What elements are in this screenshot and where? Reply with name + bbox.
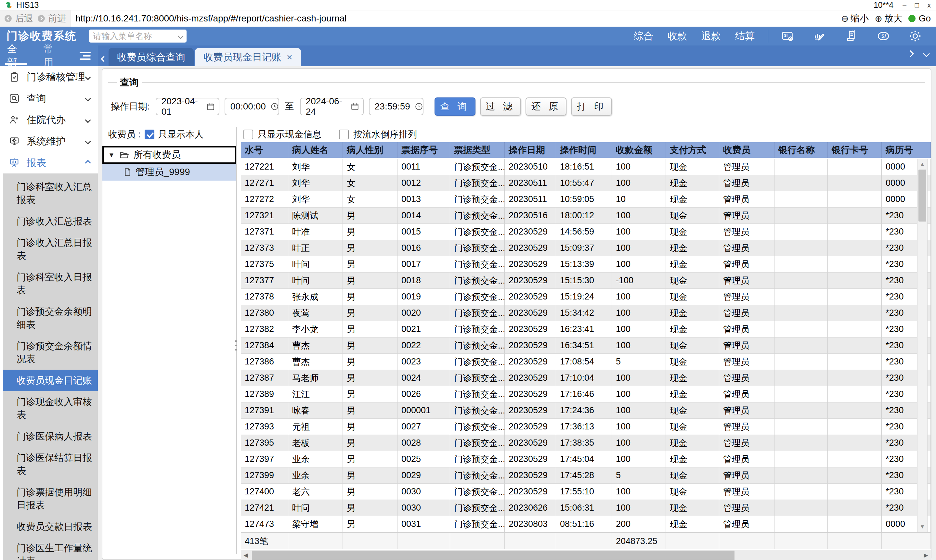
tree-expander-icon[interactable]: ▼ (108, 151, 115, 159)
table-row[interactable]: 127384曹杰男0022门诊预交金...2023052916:34:51100… (241, 337, 931, 354)
sidebar-report-item[interactable]: 收费员现金日记账 (3, 370, 98, 391)
tab-scroll-right-icon[interactable] (907, 50, 914, 57)
column-header[interactable]: 银行名称 (774, 142, 828, 158)
sidebar-report-item[interactable]: 收费员交款日报表 (3, 516, 98, 537)
column-header[interactable]: 收费员 (719, 142, 774, 158)
sidebar-group[interactable]: 报表 (0, 152, 98, 174)
sidebar-tab-frequent[interactable]: 常用 (43, 46, 61, 66)
end-date-input[interactable]: 2024-06-24 (300, 98, 364, 115)
sidebar-tab-all[interactable]: 全部 (7, 46, 25, 66)
maximize-button[interactable]: □ (915, 1, 919, 9)
horizontal-scroll-thumb[interactable] (252, 551, 734, 560)
appbar-menu-item[interactable]: 收款 (668, 29, 687, 43)
column-header[interactable]: 支付方式 (666, 142, 719, 158)
query-print-button[interactable]: 打 印 (571, 97, 612, 115)
table-row[interactable]: 127399业余男0029门诊预交金...2023052917:45:285现金… (241, 468, 931, 484)
splitter-handle[interactable] (235, 340, 237, 355)
table-row[interactable]: 127378张永成男0019门诊预交金...2023052915:19:2410… (241, 289, 931, 305)
vertical-scroll-thumb[interactable] (919, 169, 926, 222)
tree-node-admin-9999[interactable]: 管理员_9999 (102, 164, 236, 181)
column-header[interactable]: 操作时间 (556, 142, 612, 158)
only-cash-checkbox[interactable] (244, 129, 253, 139)
start-date-input[interactable]: 2023-04-01 (156, 98, 219, 115)
query-search-button[interactable]: 查 询 (435, 97, 475, 115)
settings-gear-icon[interactable] (909, 29, 922, 43)
end-time-input[interactable]: 23:59:59 (369, 98, 424, 115)
sidebar-report-item[interactable]: 门诊票据使用明细日报表 (3, 482, 98, 516)
sidebar-report-item[interactable]: 门诊医保病人报表 (3, 426, 98, 447)
column-header[interactable]: 病历号 (882, 142, 931, 158)
table-row[interactable]: 127271刘华女0012门诊预交金...2023051110:55:47100… (241, 175, 931, 191)
menu-search-input[interactable]: 请输入菜单名称 (89, 29, 187, 43)
sidebar-report-item[interactable]: 门诊医保结算日报表 (3, 447, 98, 482)
sidebar-group[interactable]: 系统维护 (0, 131, 98, 152)
si-badge-icon[interactable]: SI (877, 29, 890, 43)
tab-close-icon[interactable]: × (287, 52, 293, 63)
column-header[interactable]: 操作日期 (505, 142, 556, 158)
table-row[interactable]: 127373叶正男0016门诊预交金...2023052915:09:37100… (241, 240, 931, 256)
table-row[interactable]: 127389江江男0026门诊预交金...2023052917:16:46100… (241, 386, 931, 403)
sidebar-report-item[interactable]: 门诊科室收入日报表 (3, 266, 98, 301)
table-row[interactable]: 127386曹杰男0023门诊预交金...2023052917:08:545现金… (241, 354, 931, 370)
sidebar-report-item[interactable]: 门诊预交金余额明细表 (3, 301, 98, 335)
chart-edit-icon[interactable] (813, 29, 826, 43)
sidebar-group[interactable]: 查询 (0, 88, 98, 109)
zoom-out-button[interactable]: ⊖ 缩小 (841, 12, 869, 25)
sidebar-report-item[interactable]: 门诊收入汇总日报表 (3, 232, 98, 266)
reverse-order-checkbox[interactable] (339, 129, 349, 139)
sidebar-report-item[interactable]: 门诊预交金余额情况表 (3, 335, 98, 370)
si-card-eye-icon[interactable]: SI (781, 29, 794, 43)
only-self-checkbox[interactable] (145, 129, 154, 139)
table-row[interactable]: 127221刘华女0011门诊预交金...2023051018:16:51100… (241, 159, 931, 175)
table-row[interactable]: 127473梁守增男0031门诊预交金...2023080308:51:1620… (241, 516, 931, 532)
column-header[interactable]: 病人姓名 (288, 142, 343, 158)
column-header[interactable]: 收款金额 (612, 142, 666, 158)
tab-list-icon[interactable] (923, 50, 930, 57)
sidebar-report-item[interactable]: 门诊现金收入审核表 (3, 391, 98, 426)
table-row[interactable]: 127321陈测试男0014门诊预交金...2023051618:00:1210… (241, 208, 931, 224)
forward-button[interactable]: 前进 (37, 12, 66, 25)
sidebar-report-item[interactable]: 门诊收入汇总报表 (3, 211, 98, 232)
menu-collapse-icon[interactable] (80, 52, 91, 60)
column-header[interactable]: 票据序号 (398, 142, 450, 158)
scroll-down-icon[interactable]: ▼ (917, 522, 927, 532)
sidebar-report-item[interactable]: 门诊科室收入汇总报表 (3, 176, 98, 211)
table-row[interactable]: 127387马老师男0024门诊预交金...2023052917:10:0410… (241, 370, 931, 386)
appbar-menu-item[interactable]: 结算 (735, 29, 755, 43)
horizontal-scrollbar[interactable]: ◀ ▶ (241, 550, 931, 560)
table-row[interactable]: 127380夜莺男0020门诊预交金...2023052915:34:42100… (241, 305, 931, 321)
query-filter-button[interactable]: 过 滤 (480, 97, 521, 115)
sidebar-group[interactable]: 住院代办 (0, 109, 98, 131)
table-row[interactable]: 127395老板男0028门诊预交金...2023052917:38:35100… (241, 435, 931, 451)
tab-cashier-cash-journal[interactable]: 收费员现金日记账 × (195, 48, 301, 66)
table-row[interactable]: 127371叶准男0015门诊预交金...2023052914:56:59100… (241, 224, 931, 240)
table-row[interactable]: 127400老六男0030门诊预交金...2023052917:55:10100… (241, 484, 931, 500)
zoom-in-button[interactable]: ⊕ 放大 (874, 12, 902, 25)
table-row[interactable]: 127393元祖男0027门诊预交金...2023052917:36:13100… (241, 419, 931, 435)
column-header[interactable]: 银行卡号 (828, 142, 882, 158)
scroll-up-icon[interactable]: ▲ (917, 159, 927, 169)
table-row[interactable]: 127377叶问男0018门诊预交金...2023052915:15:30-10… (241, 272, 931, 289)
sidebar-report-item[interactable]: 门诊医生工作量统计表 (3, 537, 98, 560)
url-field[interactable]: http://10.16.241.70:8000/his-mzsf/app/#/… (71, 11, 836, 27)
column-header[interactable]: 水号 (241, 142, 288, 158)
table-row[interactable]: 127397业余男0025门诊预交金...2023052917:45:04100… (241, 451, 931, 468)
close-button[interactable]: x (928, 1, 931, 9)
query-reset-button[interactable]: 还 原 (526, 97, 566, 115)
column-header[interactable]: 票据类型 (450, 142, 505, 158)
receipt-icon[interactable] (845, 29, 858, 43)
start-time-input[interactable]: 00:00:00 (225, 98, 279, 115)
tab-cashier-summary-query[interactable]: 收费员综合查询 (108, 48, 194, 66)
vertical-scrollbar[interactable]: ▲ ▼ (917, 159, 928, 532)
go-button[interactable]: Go (908, 13, 931, 24)
column-header[interactable]: 病人性别 (343, 142, 398, 158)
minimize-button[interactable]: ‒ (902, 1, 907, 9)
tree-node-all-cashiers[interactable]: ▼ 所有收费员 (102, 146, 236, 164)
table-row[interactable]: 127421叶问男0030门诊预交金...2023062615:06:31100… (241, 500, 931, 516)
table-row[interactable]: 127272刘华女0013门诊预交金...2023051110:59:0510现… (241, 191, 931, 208)
tab-scroll-left-icon[interactable] (101, 56, 106, 62)
appbar-menu-item[interactable]: 综合 (634, 29, 653, 43)
table-row[interactable]: 127375叶问男0017门诊预交金...2023052915:13:39100… (241, 256, 931, 272)
table-row[interactable]: 127382李小龙男0021门诊预交金...2023052916:23:4110… (241, 321, 931, 337)
appbar-menu-item[interactable]: 退款 (702, 29, 721, 43)
